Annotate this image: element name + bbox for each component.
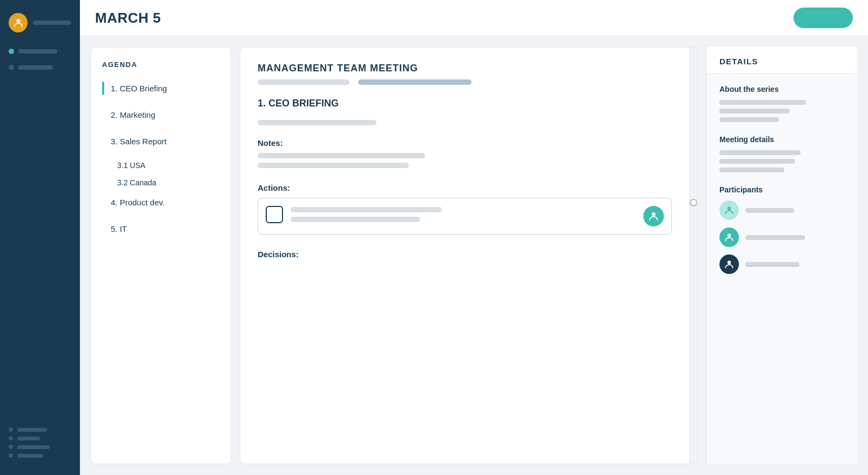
desc-bar — [258, 120, 376, 125]
sidebar-bottom-dot-1 — [9, 427, 13, 432]
agenda-title: AGENDA — [102, 61, 220, 69]
sidebar-logo-bar — [33, 21, 71, 25]
scrollbar-track[interactable] — [689, 48, 697, 464]
details-about-bar-1 — [719, 100, 806, 105]
svg-point-2 — [728, 206, 731, 210]
sidebar-bottom-dot-2 — [9, 436, 13, 440]
action-item-1 — [258, 198, 672, 235]
app-logo-icon — [9, 13, 28, 32]
details-about-bars — [719, 100, 844, 122]
sidebar-bottom-label-2 — [17, 437, 40, 440]
sidebar-bottom-label-3 — [17, 445, 50, 449]
sidebar-bottom-item-1[interactable] — [9, 427, 71, 432]
svg-point-3 — [728, 233, 731, 237]
participant-bar-3 — [745, 262, 799, 267]
notes-bars — [258, 153, 672, 168]
agenda-sub-item-canada-label: 3.2 Canada — [117, 178, 156, 187]
sidebar-bottom-item-3[interactable] — [9, 445, 71, 449]
sidebar-bottom-dot-4 — [9, 453, 13, 458]
header-bar-2 — [358, 79, 472, 85]
agenda-item-2[interactable]: 2. Marketing — [102, 108, 220, 122]
agenda-sub-item-usa[interactable]: 3.1 USA — [117, 161, 220, 170]
sidebar-nav-item-1[interactable] — [0, 43, 80, 59]
participant-avatar-3 — [719, 255, 739, 274]
details-meeting-title: Meeting details — [719, 135, 844, 144]
sidebar-nav-dot-2 — [9, 65, 14, 70]
main-wrapper: MARCH 5 AGENDA 1. CEO Briefing 2. Market… — [80, 0, 868, 475]
sidebar-nav-label-2 — [18, 65, 53, 70]
participant-avatar-2 — [719, 228, 739, 247]
agenda-item-text-5: 5. IT — [111, 222, 127, 236]
header-placeholder-bars — [258, 79, 672, 85]
svg-point-1 — [651, 212, 655, 216]
action-checkbox-1[interactable] — [266, 206, 283, 223]
details-panel: DETAILS About the series Meeting details — [706, 47, 857, 464]
sidebar-nav-item-2[interactable] — [0, 59, 80, 76]
header-action-button[interactable] — [793, 8, 853, 28]
actions-label: Actions: — [258, 183, 672, 192]
svg-point-0 — [16, 19, 20, 23]
meeting-title: MANAGEMENT TEAM MEETING — [258, 63, 672, 74]
participant-row-3 — [719, 255, 844, 274]
agenda-item-3[interactable]: 3. Sales Report — [102, 135, 220, 148]
details-about-title: About the series — [719, 85, 844, 93]
agenda-sub-item-canada[interactable]: 3.2 Canada — [117, 178, 220, 187]
details-meeting-bar-3 — [719, 168, 784, 172]
sidebar-bottom-label-4 — [17, 454, 43, 458]
agenda-sub-item-usa-label: 3.1 USA — [117, 161, 145, 170]
details-meeting-bar-2 — [719, 159, 795, 164]
agenda-item-text-1: 1. CEO Briefing — [111, 82, 167, 95]
action-avatar-1 — [643, 206, 664, 226]
details-participants-title: Participants — [719, 185, 844, 194]
details-about-bar-2 — [719, 109, 790, 113]
agenda-item-indicator-3 — [102, 135, 104, 148]
sidebar-bottom-dot-3 — [9, 445, 13, 449]
scrollbar-thumb[interactable] — [690, 199, 697, 206]
participant-bar-1 — [745, 208, 794, 213]
action-bar-1 — [291, 207, 442, 212]
details-body: About the series Meeting details — [706, 74, 857, 298]
details-participants-section: Participants — [719, 185, 844, 274]
participant-bar-2 — [745, 235, 805, 240]
action-content-1 — [291, 206, 636, 222]
details-about-bar-3 — [719, 117, 779, 122]
header: MARCH 5 — [80, 0, 868, 36]
sidebar-bottom-item-4[interactable] — [9, 453, 71, 458]
sidebar-nav-dot-1 — [9, 49, 14, 54]
agenda-item-1[interactable]: 1. CEO Briefing — [102, 82, 220, 95]
agenda-item-4[interactable]: 4. Product dev. — [102, 196, 220, 209]
section-title: 1. CEO BRIEFING — [258, 98, 672, 109]
decisions-label: Decisions: — [258, 250, 672, 259]
participant-row-2 — [719, 228, 844, 247]
header-bar-1 — [258, 79, 349, 85]
notes-label: Notes: — [258, 138, 672, 148]
notes-bar-1 — [258, 153, 425, 158]
sidebar-nav-label-1 — [18, 49, 57, 53]
sidebar-bottom-item-2[interactable] — [9, 436, 71, 440]
sidebar-bottom-label-1 — [17, 428, 47, 432]
details-about-section: About the series — [719, 85, 844, 122]
details-meeting-bars — [719, 150, 844, 172]
notes-bar-2 — [258, 163, 409, 168]
agenda-item-indicator-5 — [102, 222, 104, 236]
sidebar-logo[interactable] — [0, 9, 80, 43]
participant-row-1 — [719, 200, 844, 220]
content-scroll[interactable]: MANAGEMENT TEAM MEETING 1. CEO BRIEFING … — [240, 48, 689, 464]
details-panel-title: DETAILS — [706, 47, 857, 74]
agenda-item-text-3: 3. Sales Report — [111, 135, 166, 148]
svg-point-4 — [728, 260, 731, 264]
agenda-item-indicator-2 — [102, 108, 104, 122]
header-title: MARCH 5 — [95, 10, 161, 26]
agenda-item-text-2: 2. Marketing — [111, 108, 156, 122]
agenda-item-5[interactable]: 5. IT — [102, 222, 220, 236]
details-meeting-bar-1 — [719, 150, 800, 155]
participant-avatar-1 — [719, 200, 739, 220]
sidebar — [0, 0, 80, 475]
agenda-item-indicator-1 — [102, 82, 104, 95]
agenda-panel: AGENDA 1. CEO Briefing 2. Marketing 3. S… — [91, 47, 231, 464]
action-bar-2 — [291, 217, 420, 222]
notes-section: Notes: — [258, 138, 672, 168]
content-body: AGENDA 1. CEO Briefing 2. Marketing 3. S… — [80, 36, 868, 475]
decisions-section: Decisions: — [258, 250, 672, 259]
content-panel: MANAGEMENT TEAM MEETING 1. CEO BRIEFING … — [240, 47, 697, 464]
